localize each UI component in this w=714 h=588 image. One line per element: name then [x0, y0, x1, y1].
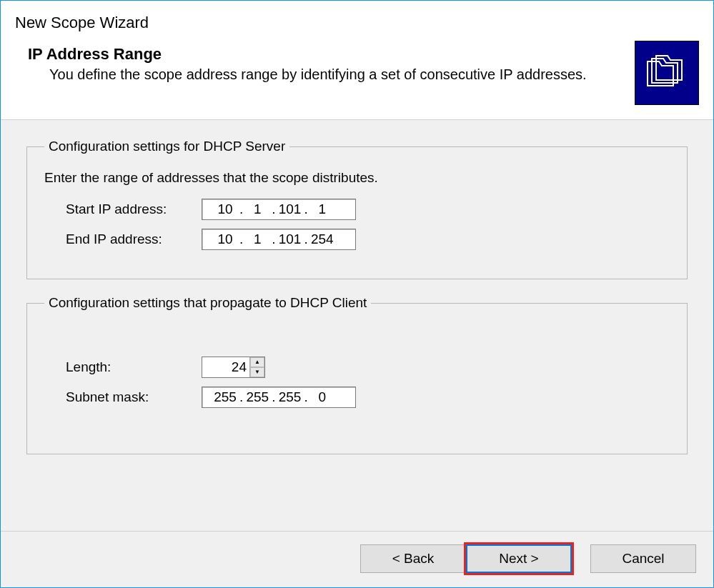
- end-ip-label: End IP address:: [66, 231, 202, 247]
- length-row: Length: ▲ ▼: [66, 357, 670, 378]
- end-ip-row: End IP address: 10. 1. 101. 254: [66, 229, 670, 250]
- start-ip-label: Start IP address:: [66, 201, 202, 217]
- subnet-row: Subnet mask: 255. 255. 255. 0: [66, 387, 670, 408]
- wizard-content: Configuration settings for DHCP Server E…: [1, 119, 713, 531]
- back-button[interactable]: < Back: [360, 544, 466, 573]
- client-settings-group: Configuration settings that propagate to…: [26, 295, 688, 454]
- server-settings-group: Configuration settings for DHCP Server E…: [26, 139, 688, 279]
- length-spin-up[interactable]: ▲: [250, 357, 264, 367]
- wizard-window: New Scope Wizard IP Address Range You de…: [0, 0, 714, 588]
- scope-folder-icon: [635, 41, 699, 105]
- length-label: Length:: [66, 359, 202, 375]
- end-ip-input[interactable]: 10. 1. 101. 254: [202, 229, 356, 250]
- server-settings-legend: Configuration settings for DHCP Server: [44, 139, 289, 154]
- page-subtitle: You define the scope address range by id…: [49, 66, 635, 83]
- wizard-header: New Scope Wizard IP Address Range You de…: [1, 1, 713, 119]
- window-title: New Scope Wizard: [15, 14, 635, 32]
- length-spin-down[interactable]: ▼: [250, 367, 264, 377]
- subnet-label: Subnet mask:: [66, 389, 202, 405]
- next-button[interactable]: Next >: [466, 544, 572, 573]
- page-title: IP Address Range: [28, 45, 635, 64]
- length-spinner[interactable]: ▲ ▼: [202, 357, 265, 378]
- subnet-mask-input[interactable]: 255. 255. 255. 0: [202, 387, 356, 408]
- cancel-button[interactable]: Cancel: [590, 544, 696, 573]
- client-settings-legend: Configuration settings that propagate to…: [44, 295, 371, 311]
- wizard-button-bar: < Back Next > Cancel: [1, 531, 713, 587]
- start-ip-row: Start IP address: 10. 1. 101. 1: [66, 199, 670, 220]
- range-instruction: Enter the range of addresses that the sc…: [44, 170, 670, 186]
- length-input[interactable]: [202, 357, 249, 377]
- start-ip-input[interactable]: 10. 1. 101. 1: [202, 199, 356, 220]
